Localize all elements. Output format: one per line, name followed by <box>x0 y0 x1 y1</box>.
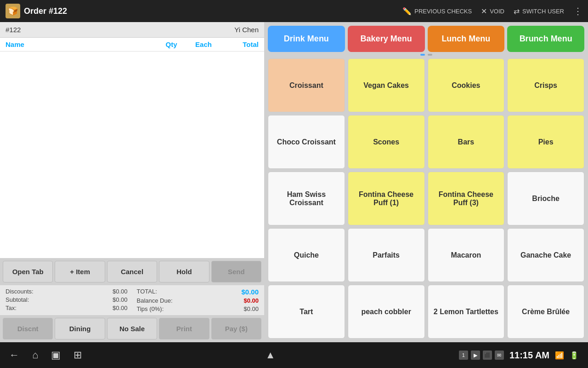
send-button[interactable]: Send <box>211 261 261 282</box>
email-icon: ✉ <box>495 351 504 360</box>
totals-section: Discounts: $0.00 Subtotal: $0.00 Tax: $0… <box>0 285 264 315</box>
order-title: Order #122 <box>24 6 67 16</box>
add-item-button[interactable]: + Item <box>55 261 105 282</box>
total-label: TOTAL: <box>137 288 157 296</box>
tab-dot-2 <box>428 54 432 56</box>
top-bar: 🍞 Order #122 ✏️ PREVIOUS CHECKS ✕ VOID ⇄… <box>0 0 588 22</box>
order-columns: Name Qty Each Total <box>0 38 264 52</box>
nav-right: 1 ▶ ⬛ ✉ 11:15 AM 📶 🔋 <box>459 350 579 361</box>
main-content: #122 Yi Chen Name Qty Each Total Open Ta… <box>0 22 588 342</box>
home-icon[interactable]: ⌂ <box>32 349 38 361</box>
void-button[interactable]: ✕ VOID <box>481 7 504 16</box>
recents-icon[interactable]: ▣ <box>51 349 61 361</box>
media-icon: ▶ <box>471 351 480 360</box>
tips-label: Tips (0%): <box>137 305 164 312</box>
col-each-header: Each <box>185 40 222 48</box>
wifi-icon: 📶 <box>555 351 564 360</box>
menu-item-8[interactable]: Ham Swiss Croissant <box>268 172 345 225</box>
subtotal-label: Subtotal: <box>6 296 29 303</box>
balance-due-label: Balance Due: <box>137 297 173 304</box>
menu-item-18[interactable]: 2 Lemon Tartlettes <box>428 285 505 339</box>
menu-item-0[interactable]: Croissant <box>268 58 345 112</box>
tab-indicators <box>268 54 584 56</box>
order-header: #122 Yi Chen <box>0 22 264 38</box>
app-icon: 🍞 <box>6 4 20 18</box>
x-icon: ✕ <box>481 7 487 16</box>
bottom-buttons: Discnt Dining No Sale Print Pay ($) <box>0 315 264 342</box>
balance-due-value: $0.00 <box>243 297 259 304</box>
nav-icons: ← ⌂ ▣ ⊞ <box>9 349 82 361</box>
left-panel: #122 Yi Chen Name Qty Each Total Open Ta… <box>0 22 264 342</box>
battery-icon: 🔋 <box>570 351 579 360</box>
previous-checks-button[interactable]: ✏️ PREVIOUS CHECKS <box>402 7 472 16</box>
menu-item-2[interactable]: Cookies <box>428 58 505 112</box>
tax-label: Tax: <box>6 305 17 311</box>
scan-icon[interactable]: ⊞ <box>74 349 82 361</box>
switch-icon: ⇄ <box>514 7 520 16</box>
col-total-header: Total <box>222 40 259 48</box>
screen-icon: ⬛ <box>483 351 492 360</box>
open-tab-button[interactable]: Open Tab <box>3 261 53 282</box>
subtotal-value: $0.00 <box>113 296 128 303</box>
switch-user-button[interactable]: ⇄ SWITCH USER <box>514 7 564 16</box>
menu-tab-2[interactable]: Lunch Menu <box>428 26 505 52</box>
action-buttons: Open Tab + Item Cancel Hold Send <box>0 258 264 285</box>
right-panel: Drink MenuBakery MenuLunch MenuBrunch Me… <box>264 22 588 342</box>
menu-grid: CroissantVegan CakesCookiesCrispsChoco C… <box>268 58 584 339</box>
menu-item-10[interactable]: Fontina Cheese Puff (3) <box>428 172 505 225</box>
status-icons: 1 ▶ ⬛ ✉ <box>459 351 504 360</box>
menu-item-3[interactable]: Crisps <box>507 58 584 112</box>
order-items-list <box>0 52 264 258</box>
menu-item-16[interactable]: Tart <box>268 285 345 339</box>
menu-item-14[interactable]: Macaron <box>428 228 505 282</box>
menu-item-12[interactable]: Quiche <box>268 228 345 282</box>
discnt-button[interactable]: Discnt <box>3 318 53 339</box>
customer-name: Yi Chen <box>234 26 259 34</box>
nav-center: ▲ <box>82 349 459 361</box>
print-button[interactable]: Print <box>159 318 209 339</box>
tax-value: $0.00 <box>113 305 128 311</box>
col-qty-header: Qty <box>158 40 185 48</box>
nav-up-icon[interactable]: ▲ <box>266 349 276 361</box>
no-sale-button[interactable]: No Sale <box>107 318 157 339</box>
menu-item-6[interactable]: Bars <box>428 115 505 169</box>
menu-tab-3[interactable]: Brunch Menu <box>507 26 584 52</box>
menu-tab-1[interactable]: Bakery Menu <box>348 26 425 52</box>
clock: 11:15 AM <box>509 350 549 361</box>
tab-dot-1 <box>420 54 425 56</box>
menu-tab-0[interactable]: Drink Menu <box>268 26 345 52</box>
discounts-label: Discounts: <box>6 288 34 295</box>
menu-item-19[interactable]: Crème Brûlée <box>507 285 584 339</box>
menu-item-7[interactable]: Pies <box>507 115 584 169</box>
menu-item-17[interactable]: peach cobbler <box>348 285 425 339</box>
menu-item-1[interactable]: Vegan Cakes <box>348 58 425 112</box>
back-icon[interactable]: ← <box>9 349 19 361</box>
hold-button[interactable]: Hold <box>159 261 209 282</box>
cancel-button[interactable]: Cancel <box>107 261 157 282</box>
more-options-button[interactable]: ⋮ <box>573 6 582 17</box>
discounts-value: $0.00 <box>113 288 128 295</box>
sim-icon: 1 <box>459 351 468 360</box>
menu-item-13[interactable]: Parfaits <box>348 228 425 282</box>
top-bar-left: 🍞 Order #122 <box>6 4 67 18</box>
total-value: $0.00 <box>241 288 259 296</box>
pencil-icon: ✏️ <box>402 7 412 16</box>
menu-item-5[interactable]: Scones <box>348 115 425 169</box>
dining-button[interactable]: Dining <box>55 318 105 339</box>
menu-item-9[interactable]: Fontina Cheese Puff (1) <box>348 172 425 225</box>
order-number: #122 <box>6 26 21 34</box>
bottom-nav: ← ⌂ ▣ ⊞ ▲ 1 ▶ ⬛ ✉ 11:15 AM 📶 🔋 <box>0 342 588 368</box>
menu-item-11[interactable]: Brioche <box>507 172 584 225</box>
menu-item-15[interactable]: Ganache Cake <box>507 228 584 282</box>
top-bar-right: ✏️ PREVIOUS CHECKS ✕ VOID ⇄ SWITCH USER … <box>402 6 582 17</box>
col-name-header: Name <box>6 40 158 48</box>
pay-button[interactable]: Pay ($) <box>211 318 261 339</box>
tips-value: $0.00 <box>243 305 259 312</box>
menu-item-4[interactable]: Choco Croissant <box>268 115 345 169</box>
menu-tabs: Drink MenuBakery MenuLunch MenuBrunch Me… <box>268 26 584 52</box>
